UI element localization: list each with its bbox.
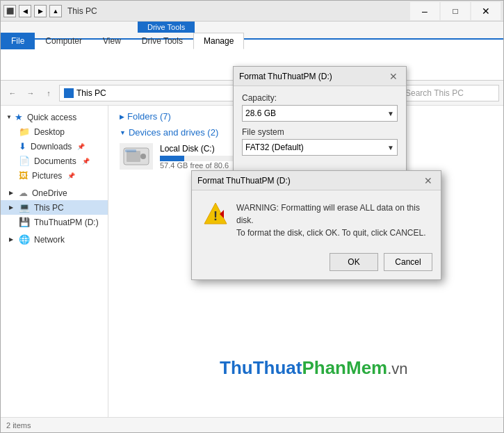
- pictures-pin-icon: 📌: [67, 172, 75, 179]
- filesystem-dropdown[interactable]: FAT32 (Default) ▼: [242, 139, 398, 156]
- close-button[interactable]: ✕: [471, 2, 501, 20]
- downloads-pin-icon: 📌: [77, 143, 85, 150]
- documents-label: Documents: [34, 156, 76, 166]
- up-button[interactable]: ↑: [41, 85, 56, 101]
- thispc-chevron: ▶: [9, 204, 13, 211]
- title-bar-controls: ⬛ ◀ ▶ ▲: [3, 5, 62, 17]
- sidebar: ▼ ★ Quick access 📁 Desktop ⬇ Downloads 📌…: [1, 106, 108, 417]
- sidebar-group-quick-access[interactable]: ▼ ★ Quick access: [1, 110, 108, 124]
- documents-icon: 📄: [19, 156, 30, 166]
- pc-icon: [64, 88, 74, 98]
- tab-view[interactable]: View: [92, 33, 131, 49]
- tab-file[interactable]: File: [1, 33, 35, 49]
- warning-dialog-title: Format ThuThuatPM (D:): [197, 176, 291, 186]
- warning-line1: WARNING: Formatting will erase ALL data …: [236, 202, 430, 227]
- ribbon-tabs: File Computer View Drive Tools Manage: [1, 22, 503, 38]
- warning-dialog-close-button[interactable]: ✕: [421, 174, 435, 188]
- sidebar-item-downloads[interactable]: ⬇ Downloads 📌: [1, 139, 108, 154]
- warning-dialog: Format ThuThuatPM (D:) ✕ ! WARNING: Form…: [191, 170, 441, 280]
- quick-access-label: Quick access: [27, 113, 76, 122]
- minimize-button[interactable]: –: [410, 2, 439, 20]
- svg-rect-3: [125, 149, 136, 152]
- onedrive-icon: ☁: [19, 188, 28, 198]
- capacity-label: Capacity:: [242, 93, 398, 103]
- devices-section-label: Devices and drives (2): [129, 127, 218, 138]
- warning-dialog-titlebar: Format ThuThuatPM (D:) ✕: [192, 171, 441, 190]
- tab-manage[interactable]: Manage: [193, 33, 244, 49]
- back-button[interactable]: ←: [5, 85, 20, 101]
- filesystem-section: File system FAT32 (Default) ▼: [242, 127, 398, 156]
- spacer: [242, 161, 398, 170]
- thispc-label: This PC: [34, 203, 64, 213]
- folders-chevron: ▶: [120, 113, 124, 120]
- format-dialog-close-button[interactable]: ✕: [387, 70, 400, 83]
- capacity-dropdown[interactable]: 28.6 GB ▼: [242, 105, 398, 122]
- svg-point-2: [140, 154, 146, 159]
- watermark-domain: .vn: [387, 360, 407, 377]
- format-dialog-title: Format ThuThuatPM (D:): [239, 72, 332, 81]
- warning-line2: To format the disk, click OK. To quit, c…: [236, 227, 430, 239]
- capacity-section: Capacity: 28.6 GB ▼: [242, 93, 398, 122]
- warning-message: WARNING: Formatting will erase ALL data …: [236, 202, 430, 239]
- onedrive-chevron: ▶: [9, 190, 13, 196]
- sidebar-item-documents[interactable]: 📄 Documents 📌: [1, 154, 108, 168]
- thuthuatpm-icon: 💾: [19, 217, 30, 227]
- warning-dialog-buttons: OK Cancel: [192, 247, 441, 279]
- tab-computer[interactable]: Computer: [35, 33, 92, 49]
- thuthuatpm-label: ThuThuatPM (D:): [34, 218, 99, 227]
- sidebar-item-thuthuatpm[interactable]: 💾 ThuThuatPM (D:): [1, 215, 108, 229]
- capacity-dropdown-arrow: ▼: [387, 110, 394, 117]
- format-dialog-titlebar: Format ThuThuatPM (D:) ✕: [234, 67, 406, 86]
- network-label: Network: [34, 235, 65, 245]
- sidebar-item-this-pc[interactable]: ▶ 💻 This PC: [1, 200, 108, 215]
- window-title: This PC: [67, 6, 410, 16]
- quick-access-chevron: ▼: [6, 114, 12, 120]
- devices-chevron: ▼: [120, 129, 126, 136]
- warning-ok-button[interactable]: OK: [330, 253, 378, 271]
- downloads-label: Downloads: [31, 142, 72, 152]
- forward-button[interactable]: →: [23, 85, 38, 101]
- maximize-button[interactable]: □: [441, 2, 470, 20]
- network-icon: 🌐: [19, 234, 30, 245]
- status-text: 2 items: [6, 421, 31, 430]
- watermark-text1: ThuThuat: [220, 357, 302, 378]
- warning-cancel-button[interactable]: Cancel: [384, 253, 432, 271]
- filesystem-dropdown-arrow: ▼: [387, 144, 394, 152]
- quick-access-star-icon: ★: [15, 112, 23, 122]
- storage-bar: [160, 156, 243, 161]
- tab-drive-tools[interactable]: Drive Tools: [131, 33, 193, 49]
- manage-context-label: Drive Tools: [138, 22, 195, 33]
- watermark-text2: PhanMem: [302, 357, 387, 378]
- desktop-label: Desktop: [34, 127, 65, 137]
- path-text: This PC: [76, 88, 106, 98]
- thispc-icon: 💻: [19, 202, 30, 213]
- sidebar-item-pictures[interactable]: 🖼 Pictures 📌: [1, 168, 108, 183]
- capacity-value: 28.6 GB: [245, 108, 276, 118]
- quick-access-icon: ⬛: [3, 5, 16, 17]
- warning-icon: !: [203, 202, 228, 227]
- desktop-folder-icon: 📁: [19, 126, 30, 137]
- folders-section-label: Folders (7): [127, 111, 171, 122]
- onedrive-label: OneDrive: [32, 188, 67, 198]
- pictures-label: Pictures: [32, 171, 62, 181]
- network-chevron: ▶: [9, 236, 13, 243]
- title-bar: ⬛ ◀ ▶ ▲ This PC – □ ✕: [1, 1, 503, 22]
- sidebar-item-desktop[interactable]: 📁 Desktop: [1, 124, 108, 139]
- sidebar-item-network[interactable]: ▶ 🌐 Network: [1, 232, 108, 247]
- status-bar: 2 items: [1, 417, 503, 432]
- search-placeholder: Search This PC: [405, 88, 464, 98]
- sidebar-item-onedrive[interactable]: ▶ ☁ OneDrive: [1, 186, 108, 200]
- svg-text:!: !: [213, 209, 218, 223]
- warning-dialog-body: ! WARNING: Formatting will erase ALL dat…: [192, 190, 441, 247]
- pictures-icon: 🖼: [19, 170, 28, 181]
- watermark: ThuThuatPhanMem.vn: [220, 357, 408, 379]
- svg-rect-1: [127, 151, 140, 162]
- filesystem-value: FAT32 (Default): [245, 142, 304, 152]
- filesystem-label: File system: [242, 127, 398, 137]
- storage-bar-fill: [160, 156, 184, 161]
- documents-pin-icon: 📌: [82, 158, 90, 165]
- forward-icon-tb: ▶: [34, 5, 47, 17]
- back-icon-tb: ◀: [19, 5, 31, 17]
- local-disk-icon: [120, 143, 153, 170]
- downloads-icon: ⬇: [19, 141, 26, 152]
